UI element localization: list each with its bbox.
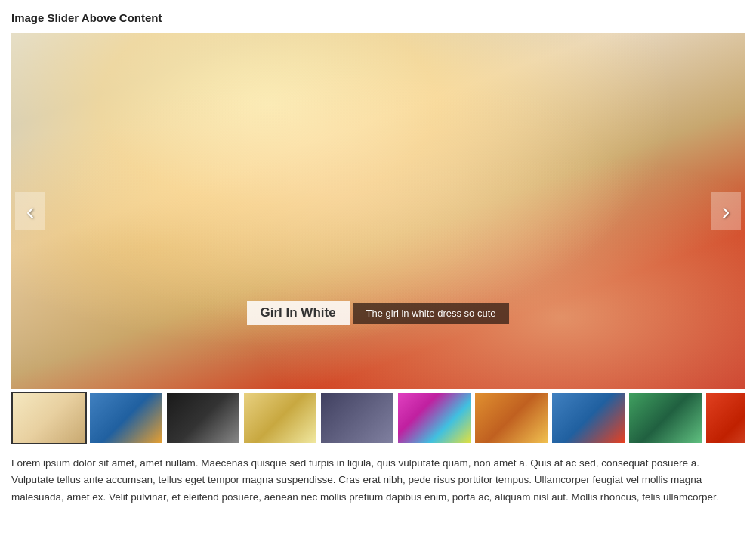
thumbnail-5[interactable] [319, 392, 395, 444]
thumbnail-9-image [629, 393, 702, 443]
thumbnail-8[interactable] [551, 392, 626, 444]
page-wrapper: Image Slider Above Content ‹ › Girl In W… [0, 0, 756, 513]
thumbnail-10-image [706, 393, 745, 443]
thumbnail-1[interactable] [11, 392, 87, 444]
thumbnail-3-image [167, 393, 239, 443]
thumbnail-6[interactable] [397, 392, 472, 444]
thumbnail-8-image [552, 393, 625, 443]
thumbnail-4[interactable] [242, 392, 318, 444]
thumbnails-row [11, 389, 745, 447]
thumbnail-4-image [244, 393, 316, 443]
slider-prev-button[interactable]: ‹ [15, 192, 45, 230]
slide-image [11, 33, 745, 389]
thumbnail-7-image [475, 393, 548, 443]
thumbnail-6-image [398, 393, 471, 443]
thumbnail-5-image [321, 393, 393, 443]
body-text: Lorem ipsum dolor sit amet, amet nullam.… [11, 455, 745, 506]
thumbnail-9[interactable] [628, 392, 703, 444]
slider-caption-title: Girl In White [247, 301, 350, 325]
thumbnail-7[interactable] [474, 392, 549, 444]
slider-caption: Girl In White The girl in white dress so… [247, 301, 510, 328]
slider-next-button[interactable]: › [711, 192, 741, 230]
thumbnail-3[interactable] [165, 392, 241, 444]
page-title: Image Slider Above Content [11, 11, 745, 24]
thumbnail-2-image [90, 393, 162, 443]
thumbnail-10[interactable] [705, 392, 745, 444]
thumbnail-1-image [13, 393, 85, 443]
image-slider: ‹ › Girl In White The girl in white dres… [11, 33, 745, 389]
slider-caption-desc: The girl in white dress so cute [353, 303, 510, 324]
thumbnail-2[interactable] [88, 392, 164, 444]
